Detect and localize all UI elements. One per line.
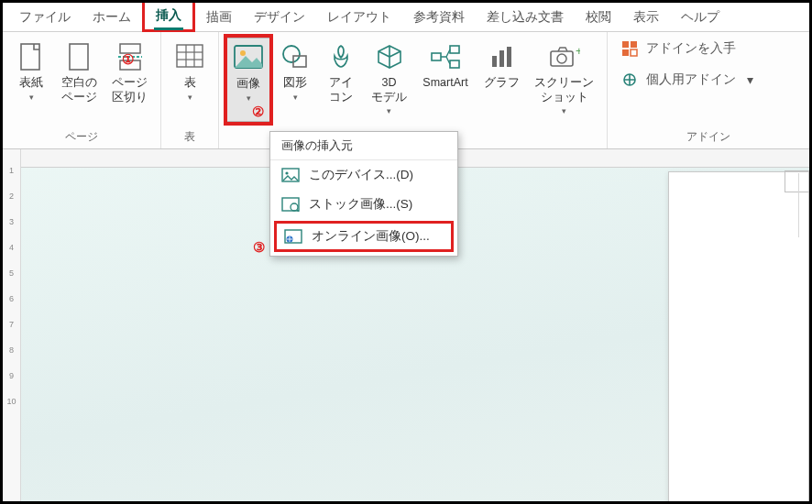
screenshot-label-2: ショット (541, 91, 588, 105)
blank-page-button[interactable]: 空白の ページ (56, 38, 103, 122)
group-addins-label: アドイン (686, 126, 730, 147)
svg-rect-1 (70, 44, 88, 70)
chevron-down-icon: ▾ (247, 93, 251, 104)
picture-icon (233, 42, 264, 73)
device-picture-icon (281, 167, 300, 183)
my-addins-button[interactable]: 個人用アドイン ▾ (620, 71, 796, 89)
svg-rect-23 (622, 41, 629, 48)
svg-rect-24 (631, 41, 637, 48)
group-pages: 表紙 ▾ 空白の ページ ページ 区切り ページ (3, 32, 161, 148)
online-picture-icon (284, 228, 302, 245)
blank-page-label-1: 空白の (61, 76, 97, 91)
tab-design[interactable]: デザイン (243, 5, 316, 29)
chevron-down-icon: ▾ (188, 93, 192, 103)
group-addins: アドインを入手 個人用アドイン ▾ アドイン (607, 32, 809, 148)
stock-picture-icon (281, 196, 300, 213)
smartart-icon (430, 41, 461, 72)
svg-rect-16 (450, 60, 459, 68)
dropdown-from-device-label: このデバイス...(D) (309, 167, 413, 183)
page-icon (16, 41, 47, 72)
vertical-scrollbar[interactable] (798, 173, 809, 237)
tab-layout[interactable]: レイアウト (316, 5, 402, 29)
svg-rect-2 (120, 44, 140, 53)
3d-models-button[interactable]: 3D モデル ▾ (366, 38, 412, 122)
pictures-dropdown: 画像の挿入元 このデバイス...(D) ストック画像...(S) オンライン画像… (269, 131, 458, 257)
dropdown-stock-images[interactable]: ストック画像...(S) (270, 190, 457, 219)
3d-models-label-2: モデル (371, 91, 407, 105)
ruler-tick: 8 (9, 345, 14, 355)
my-addins-icon (620, 71, 639, 89)
svg-point-12 (283, 46, 300, 62)
document-page[interactable] (668, 171, 809, 501)
icons-button[interactable]: アイ コン (320, 38, 362, 122)
dropdown-title: 画像の挿入元 (270, 132, 457, 160)
camera-icon: + (549, 41, 580, 72)
svg-point-28 (285, 171, 288, 174)
svg-point-11 (240, 50, 246, 56)
shapes-label: 図形 (283, 76, 307, 91)
ruler-tick: 1 (9, 166, 14, 175)
chevron-down-icon: ▾ (293, 93, 298, 103)
blank-page-icon (64, 41, 95, 72)
icons-label-2: コン (329, 91, 353, 105)
ruler-tick: 2 (9, 192, 14, 201)
tab-mailings[interactable]: 差し込み文書 (476, 5, 575, 29)
table-button[interactable]: 表 ▾ (169, 38, 211, 122)
group-tables: 表 ▾ 表 (161, 32, 219, 148)
ruler-tick: 7 (9, 320, 14, 329)
svg-rect-25 (622, 49, 629, 56)
chevron-down-icon: ▾ (562, 106, 566, 116)
ruler-tick: 4 (9, 243, 14, 252)
screenshot-label-1: スクリーン (534, 76, 594, 91)
svg-rect-14 (432, 53, 441, 60)
pictures-label: 画像 (236, 77, 260, 92)
ruler-tick: 5 (9, 268, 14, 278)
tab-review[interactable]: 校閲 (575, 5, 622, 29)
my-addins-label: 個人用アドイン (646, 71, 736, 88)
screenshot-button[interactable]: + スクリーン ショット ▾ (529, 38, 599, 122)
tab-home[interactable]: ホーム (82, 5, 142, 29)
svg-point-21 (557, 54, 566, 63)
page-break-label-1: ページ (112, 76, 148, 91)
ruler-tick: 3 (9, 217, 14, 226)
svg-rect-18 (499, 50, 504, 67)
svg-rect-19 (507, 47, 511, 67)
dropdown-from-device[interactable]: このデバイス...(D) (270, 160, 457, 190)
table-label: 表 (184, 76, 196, 91)
ribbon-tabstrip: ファイル ホーム 挿入 描画 デザイン レイアウト 参考資料 差し込み文書 校閲… (3, 3, 809, 32)
svg-rect-5 (177, 45, 203, 67)
tab-references[interactable]: 参考資料 (402, 5, 476, 29)
tab-file[interactable]: ファイル (8, 5, 82, 29)
pictures-button[interactable]: 画像 ▾ (226, 38, 270, 122)
svg-text:+: + (576, 44, 580, 58)
group-tables-label: 表 (184, 126, 195, 147)
tab-draw[interactable]: 描画 (195, 5, 243, 29)
dropdown-online-pictures[interactable]: オンライン画像(O)... (274, 221, 454, 252)
ruler-tick: 10 (6, 397, 16, 406)
vertical-ruler[interactable]: 1 2 3 4 5 6 7 8 9 10 (3, 149, 21, 501)
ruler-tick: 6 (9, 294, 14, 303)
page-break-button[interactable]: ページ 区切り (106, 38, 153, 122)
tab-view[interactable]: 表示 (622, 5, 670, 29)
tab-insert[interactable]: 挿入 (142, 0, 195, 32)
page-break-label-2: 区切り (112, 91, 148, 105)
chart-button[interactable]: グラフ (478, 38, 525, 122)
cover-page-button[interactable]: 表紙 ▾ (10, 38, 52, 122)
chart-label: グラフ (484, 76, 520, 91)
icons-icon (325, 41, 357, 72)
svg-rect-3 (120, 60, 140, 70)
shapes-button[interactable]: 図形 ▾ (274, 38, 316, 122)
tab-help[interactable]: ヘルプ (670, 5, 730, 29)
get-addins-button[interactable]: アドインを入手 (620, 39, 796, 58)
smartart-label: SmartArt (422, 76, 467, 91)
smartart-button[interactable]: SmartArt (416, 38, 475, 122)
chevron-down-icon: ▾ (29, 93, 34, 103)
svg-rect-26 (631, 49, 637, 56)
dropdown-online-pictures-label: オンライン画像(O)... (312, 228, 430, 245)
table-icon (174, 41, 205, 72)
svg-rect-15 (450, 46, 459, 53)
svg-rect-0 (21, 44, 39, 70)
get-addins-label: アドインを入手 (646, 40, 736, 57)
page-break-icon (115, 41, 146, 72)
chart-icon (487, 41, 518, 72)
